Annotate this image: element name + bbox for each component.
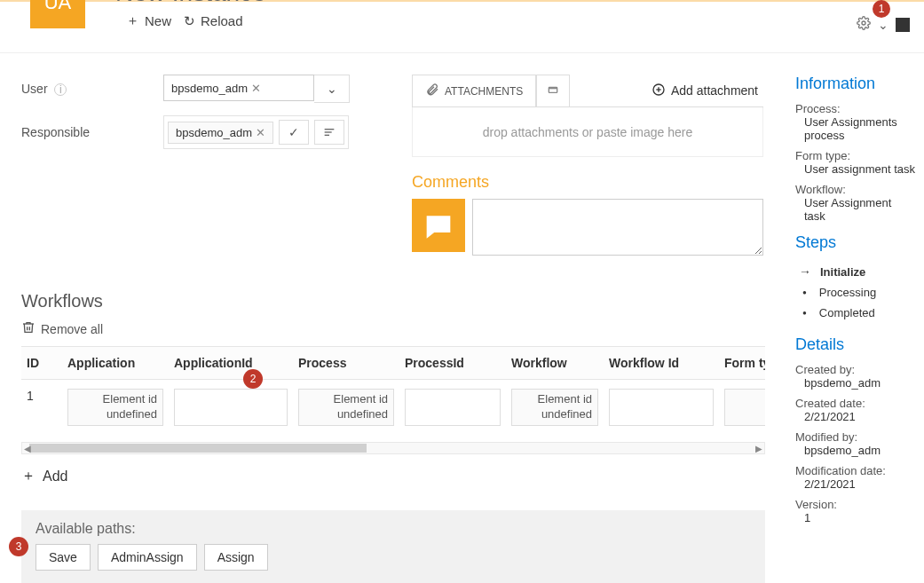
add-attachment-button[interactable]: Add attachment bbox=[652, 83, 763, 99]
user-select[interactable]: bpsdemo_adm ✕ bbox=[163, 75, 314, 101]
responsible-label: Responsible bbox=[21, 125, 163, 139]
information-heading: Information bbox=[795, 75, 915, 93]
col-process: Process bbox=[293, 347, 399, 380]
col-workflow: Workflow bbox=[506, 347, 604, 380]
chevron-down-icon[interactable]: ⌄ bbox=[878, 18, 888, 32]
col-processid: ProcessId bbox=[399, 347, 506, 380]
step-initialize: →Initialize bbox=[799, 261, 915, 282]
add-attachment-label: Add attachment bbox=[671, 83, 758, 98]
cell-application[interactable]: Element id undefined bbox=[67, 389, 163, 426]
plus-icon: ＋ bbox=[126, 12, 139, 29]
close-icon[interactable]: ✕ bbox=[251, 82, 261, 95]
formtype-value: User assignment task bbox=[795, 162, 915, 176]
header: UA New Instance ＋ New ↻ Reload ⌄ bbox=[0, 2, 924, 53]
annotation-2: 2 bbox=[243, 369, 263, 389]
reload-button[interactable]: ↻ Reload bbox=[184, 12, 243, 29]
workflows-heading: Workflows bbox=[21, 291, 781, 311]
gear-icon[interactable] bbox=[857, 16, 871, 33]
folder-icon bbox=[546, 83, 560, 99]
svg-point-0 bbox=[862, 21, 865, 25]
createdby-value: bpsdemo_adm bbox=[795, 376, 915, 390]
reload-icon: ↻ bbox=[184, 13, 195, 29]
modificationdate-value: 2/21/2021 bbox=[795, 477, 915, 491]
cell-formtype[interactable]: Element id undefined bbox=[724, 389, 765, 426]
annotation-3: 3 bbox=[9, 537, 28, 556]
confirm-button[interactable]: ✓ bbox=[279, 120, 309, 145]
annotation-1: 1 bbox=[873, 0, 890, 18]
available-paths-label: Available paths: bbox=[36, 521, 751, 537]
attachments-tab[interactable]: ATTACHMENTS bbox=[412, 75, 536, 106]
createdby-key: Created by: bbox=[795, 363, 915, 376]
row-id: 1 bbox=[21, 380, 62, 435]
attachments-tab-label: ATTACHMENTS bbox=[445, 85, 523, 98]
step-completed: ●Completed bbox=[799, 303, 915, 323]
col-applicationid: ApplicationId bbox=[169, 347, 293, 380]
scroll-left-icon[interactable]: ◀ bbox=[24, 444, 31, 453]
comments-heading: Comments bbox=[412, 173, 763, 192]
col-id: ID bbox=[21, 347, 62, 380]
responsible-chip: bpsdemo_adm ✕ bbox=[168, 122, 273, 144]
user-chip-label: bpsdemo_adm bbox=[171, 82, 248, 95]
attachments-secondary-tab[interactable] bbox=[536, 75, 570, 106]
details-heading: Details bbox=[795, 335, 915, 354]
user-dropdown-toggle[interactable]: ⌄ bbox=[314, 75, 350, 103]
user-label: User i bbox=[21, 82, 163, 96]
modifiedby-value: bpsdemo_adm bbox=[795, 444, 915, 457]
new-button[interactable]: ＋ New bbox=[126, 12, 171, 29]
plus-circle-icon bbox=[652, 83, 666, 99]
responsible-field[interactable]: bpsdemo_adm ✕ ✓ bbox=[163, 115, 349, 149]
path-assign-button[interactable]: Assign bbox=[204, 544, 268, 571]
comments-input[interactable] bbox=[472, 199, 763, 256]
version-value: 1 bbox=[795, 511, 915, 524]
col-application: Application bbox=[62, 347, 169, 380]
app-badge: UA bbox=[30, 0, 85, 28]
chevron-down-icon: ⌄ bbox=[327, 82, 337, 96]
page-title: New Instance bbox=[115, 0, 266, 7]
add-row-button[interactable]: ＋ Add bbox=[21, 467, 781, 485]
reload-label: Reload bbox=[201, 13, 243, 28]
step-processing: ●Processing bbox=[799, 282, 915, 303]
remove-all-label: Remove all bbox=[41, 322, 103, 336]
info-icon[interactable]: i bbox=[54, 83, 67, 96]
steps-heading: Steps bbox=[795, 233, 915, 252]
close-icon[interactable]: ✕ bbox=[256, 126, 265, 139]
cell-workflowid[interactable] bbox=[609, 389, 714, 426]
version-key: Version: bbox=[795, 498, 915, 511]
remove-all-button[interactable]: Remove all bbox=[21, 320, 781, 337]
app-launcher-icon[interactable] bbox=[896, 18, 910, 32]
process-key: Process: bbox=[795, 102, 915, 115]
modificationdate-key: Modification date: bbox=[795, 464, 915, 477]
responsible-chip-label: bpsdemo_adm bbox=[176, 126, 252, 139]
cell-processid[interactable] bbox=[405, 389, 501, 426]
process-value: User Assignments process bbox=[795, 115, 915, 142]
cell-applicationid[interactable] bbox=[174, 389, 288, 426]
createddate-key: Created date: bbox=[795, 397, 915, 410]
steps-list: →Initialize ●Processing ●Completed bbox=[795, 261, 915, 323]
horizontal-scrollbar[interactable]: ◀ ▶ bbox=[21, 442, 765, 454]
modifiedby-key: Modified by: bbox=[795, 430, 915, 444]
workflow-key: Workflow: bbox=[795, 183, 915, 196]
cell-workflow[interactable]: Element id undefined bbox=[511, 389, 598, 426]
path-save-button[interactable]: Save bbox=[36, 544, 91, 571]
plus-icon: ＋ bbox=[21, 467, 36, 485]
cell-process[interactable]: Element id undefined bbox=[298, 389, 394, 426]
paperclip-icon bbox=[425, 83, 439, 99]
workflows-table: ID Application ApplicationId Process Pro… bbox=[21, 346, 765, 435]
path-adminassign-button[interactable]: AdminAssign bbox=[98, 544, 197, 571]
comments-icon bbox=[412, 199, 465, 252]
col-formtype: Form type bbox=[719, 347, 765, 380]
scroll-thumb[interactable] bbox=[29, 444, 367, 453]
options-button[interactable] bbox=[314, 120, 344, 145]
attachment-dropzone[interactable]: drop attachments or paste image here bbox=[412, 107, 763, 157]
createddate-value: 2/21/2021 bbox=[795, 410, 915, 423]
scroll-right-icon[interactable]: ▶ bbox=[755, 444, 762, 453]
new-label: New bbox=[145, 13, 171, 28]
workflow-value: User Assignment task bbox=[795, 196, 915, 223]
trash-icon bbox=[21, 320, 36, 337]
col-workflowid: Workflow Id bbox=[604, 347, 719, 380]
add-row-label: Add bbox=[43, 469, 67, 485]
formtype-key: Form type: bbox=[795, 149, 915, 162]
